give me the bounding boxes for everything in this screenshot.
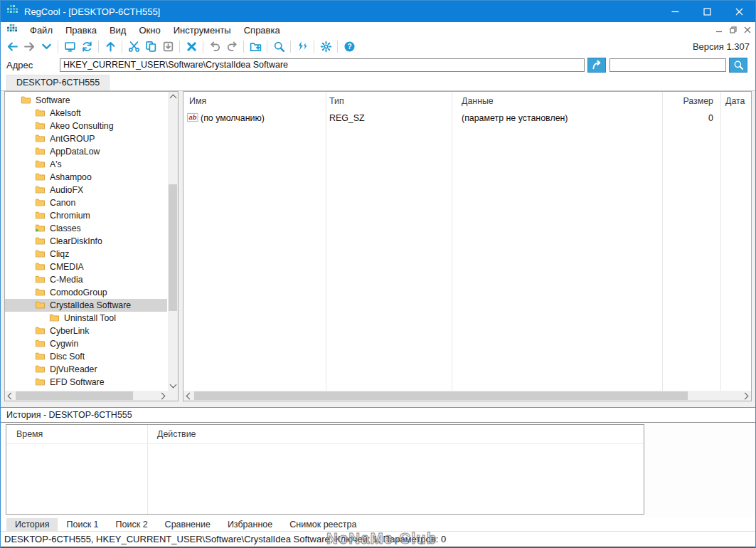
tree-item-disc-soft[interactable]: Disc Soft	[5, 350, 167, 363]
mdi-close-button[interactable]	[744, 26, 751, 34]
delete-x-button[interactable]	[183, 38, 200, 55]
address-input[interactable]	[60, 58, 585, 72]
paste-button[interactable]	[159, 38, 176, 55]
bottom-tab-поиск-2[interactable]: Поиск 2	[107, 518, 156, 531]
column-divider[interactable]	[452, 92, 452, 391]
history-panel: ВремяДействие	[1, 423, 755, 517]
value-type: REG_SZ	[329, 110, 365, 126]
folder-plus-button[interactable]	[247, 38, 264, 55]
tree-item-antgroup[interactable]: AntGROUP	[5, 132, 167, 145]
tree-item-uninstall-tool[interactable]: Uninstall Tool	[5, 312, 167, 325]
menu-правка[interactable]: Правка	[59, 23, 103, 37]
tree-item-cliqz[interactable]: Cliqz	[5, 248, 167, 260]
tree-item-a-s[interactable]: A's	[5, 158, 167, 171]
folder-icon	[49, 312, 60, 325]
list-horizontal-scrollbar[interactable]	[183, 391, 751, 401]
go-button[interactable]	[587, 58, 606, 73]
toolbar: ? Версия 1.307	[1, 38, 755, 56]
tree-hscroll-thumb[interactable]	[16, 391, 133, 400]
tree-item-akelsoft[interactable]: Akelsoft	[5, 107, 167, 120]
maximize-button[interactable]	[691, 1, 723, 22]
tree-item-cmedia[interactable]: CMEDIA	[5, 260, 167, 273]
tree-item-cleardiskinfo[interactable]: ClearDiskInfo	[5, 235, 167, 248]
computer-button[interactable]	[61, 38, 78, 55]
bottom-tab-сравнение[interactable]: Сравнение	[156, 518, 219, 531]
menu-инструменты[interactable]: Инструменты	[167, 23, 238, 37]
mdi-restore-button[interactable]	[730, 26, 737, 34]
arrow-up-button[interactable]	[102, 38, 119, 55]
sync-button[interactable]	[78, 38, 95, 55]
history-column-время[interactable]: Время	[16, 425, 43, 443]
tree-item-appdatalow[interactable]: AppDataLow	[5, 145, 167, 158]
quick-search-input[interactable]	[609, 58, 726, 72]
minimize-button[interactable]	[659, 1, 691, 22]
tree-item-classes[interactable]: Classes	[5, 222, 167, 235]
tree-item-crystalidea-software[interactable]: CrystalIdea Software	[5, 299, 167, 312]
folder-icon	[35, 172, 46, 184]
chevron-down-button[interactable]	[38, 38, 55, 55]
value-row--по-умолчанию-[interactable]: ab(по умолчанию)REG_SZ(параметр не устан…	[183, 110, 751, 126]
tree-item-label: Chromium	[50, 211, 90, 221]
column-header-имя[interactable]: Имя	[189, 92, 206, 110]
menu-справка[interactable]: Справка	[238, 23, 287, 37]
history-column-действие[interactable]: Действие	[157, 425, 196, 443]
tree-horizontal-scrollbar[interactable]	[5, 391, 168, 401]
menu-вид[interactable]: Вид	[103, 23, 133, 37]
svg-text:?: ?	[347, 43, 351, 51]
tree-item-label: Uninstall Tool	[64, 313, 116, 323]
search-button[interactable]	[729, 58, 747, 73]
column-divider[interactable]	[326, 92, 326, 391]
tree-item-chromium[interactable]: Chromium	[5, 209, 167, 222]
back-button[interactable]	[4, 38, 21, 55]
close-button[interactable]	[723, 1, 755, 22]
column-divider[interactable]	[662, 92, 663, 391]
folder-icon	[35, 274, 46, 286]
forward-button[interactable]	[21, 38, 38, 55]
tree-item-c-media[interactable]: C-Media	[5, 273, 167, 286]
scroll-up-arrow[interactable]	[168, 92, 178, 102]
tree-item-audiofx[interactable]: AudioFX	[5, 184, 167, 196]
column-divider[interactable]	[720, 92, 721, 391]
tree-item-akeo-consulting[interactable]: Akeo Consulting	[5, 120, 167, 132]
tree-vertical-scrollbar[interactable]	[168, 92, 178, 391]
undo-button[interactable]	[206, 38, 223, 55]
tree-item-label: Cygwin	[50, 339, 78, 349]
copy-button[interactable]	[142, 38, 159, 55]
tree-item-efd-software[interactable]: EFD Software	[5, 376, 167, 389]
bottom-tab-снимок-реестра[interactable]: Снимок реестра	[281, 518, 365, 531]
magnifier-button[interactable]	[270, 38, 287, 55]
tree-item-cygwin[interactable]: Cygwin	[5, 337, 167, 350]
column-header-данные[interactable]: Данные	[462, 92, 494, 110]
toolbar-separator	[267, 41, 267, 53]
scroll-left-arrow[interactable]	[183, 391, 193, 401]
help-button[interactable]: ?	[341, 38, 358, 55]
tree-item-djvureader[interactable]: DjVuReader	[5, 363, 167, 376]
bottom-tab-избранное[interactable]: Избранное	[219, 518, 281, 531]
scroll-right-arrow[interactable]	[741, 391, 751, 401]
menu-файл[interactable]: Файл	[23, 23, 59, 37]
tree-item-software[interactable]: Software	[5, 94, 167, 107]
scroll-down-arrow[interactable]	[168, 381, 178, 391]
bolt-button[interactable]	[294, 38, 311, 55]
column-header-размер[interactable]: Размер	[683, 92, 713, 110]
session-tab[interactable]: DESKTOP-6CTH555	[6, 75, 110, 90]
scroll-right-arrow[interactable]	[158, 391, 168, 401]
column-header-тип[interactable]: Тип	[329, 92, 344, 110]
tree-item-ashampoo[interactable]: Ashampoo	[5, 171, 167, 184]
folder-icon	[35, 120, 46, 130]
bottom-tab-поиск-1[interactable]: Поиск 1	[58, 518, 107, 531]
tree-vscroll-thumb[interactable]	[169, 184, 177, 311]
tree-item-canon[interactable]: Canon	[5, 196, 167, 209]
tree-item-comodogroup[interactable]: ComodoGroup	[5, 286, 167, 299]
menu-items: ФайлПравкаВидОкноИнструментыСправка	[23, 23, 287, 37]
bottom-tab-история[interactable]: История	[6, 518, 58, 531]
gear-button[interactable]	[317, 38, 334, 55]
mdi-minimize-button[interactable]	[715, 26, 723, 34]
cut-button[interactable]	[125, 38, 142, 55]
redo-button[interactable]	[223, 38, 240, 55]
list-hscroll-thumb[interactable]	[194, 391, 688, 400]
scroll-left-arrow[interactable]	[5, 391, 15, 401]
column-header-дата[interactable]: Дата	[725, 92, 745, 110]
tree-item-cyberlink[interactable]: CyberLink	[5, 325, 167, 337]
menu-окно[interactable]: Окно	[132, 23, 166, 37]
